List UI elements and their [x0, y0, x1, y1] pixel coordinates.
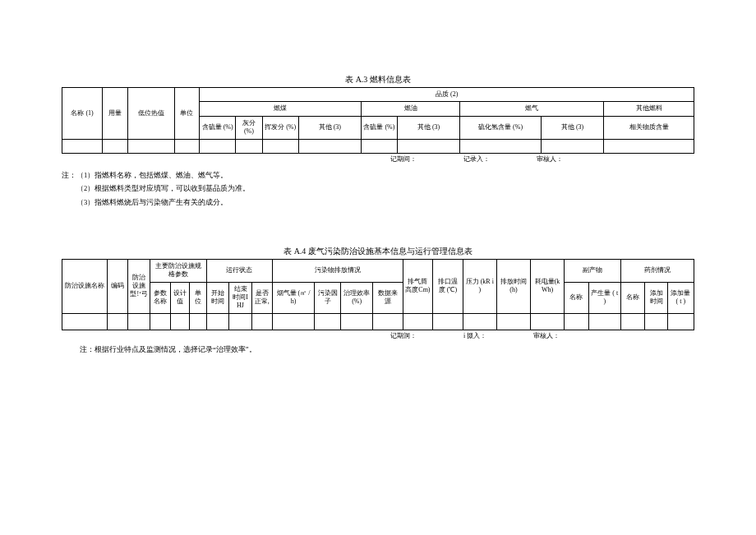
table-a4-title: 表 A.4 废气污染防治设施基本信息与运行管理信息表 [62, 246, 694, 256]
hdr-lowheat: 低位热值 [127, 88, 174, 140]
table-row [62, 313, 694, 330]
hdr-gas: 燃气 [460, 102, 604, 116]
hdr-other3a: 其他 (3) [298, 116, 362, 139]
hdr-quality: 品质 (2) [200, 88, 694, 102]
hdr-pressure: 压力 (kR i ) [463, 259, 496, 313]
table-a3-footer: 记期间： 记录入： 审核人： [62, 155, 694, 164]
hdr-oilsulfur: 含硫量 (%) [362, 116, 398, 139]
hdr-run-status: 运行状态 [206, 259, 272, 282]
table-row [62, 139, 694, 153]
hdr-code: 编码 [107, 259, 127, 313]
table-a3-title: 表 A.3 燃料信息表 [62, 74, 694, 85]
hdr-emit-time: 排放时间(h) [496, 259, 530, 313]
table-a4: 防治设施名称 编码 防治设施型!‘弓 主要防治设施规格参数 运行状态 污染物排放… [62, 259, 694, 330]
hdr-byproduct: 副产物 [565, 259, 621, 282]
hdr-facility-name: 防治设施名称 [62, 259, 108, 313]
hdr-power: 耗电量(kWh) [530, 259, 564, 313]
note-2: （2）根据燃料类型对应填写，可以收到基品质为准。 [76, 184, 250, 192]
hdr-param-name: 参数名称 [150, 282, 171, 313]
hdr-treat-eff: 治理效率(%) [341, 282, 373, 313]
hdr-usage: 用量 [103, 88, 128, 140]
hdr-sulfur: 含硫量 (%) [200, 116, 236, 139]
hdr-poll-factor: 污染因子 [315, 282, 341, 313]
table-a3-notes: 注：（1）指燃料名称，包括燃煤、燃油、燃气等。 注：（2）根据燃料类型对应填写，… [62, 168, 694, 208]
hdr-oil: 燃油 [362, 102, 460, 116]
hdr-re-name: 名称 [620, 282, 645, 313]
footer-recorder: 记录入： [463, 155, 490, 164]
hdr-smoke-vol: 烟气量 (㎡ / h) [272, 282, 314, 313]
hdr-add-time: 添加时间 [645, 282, 667, 313]
hdr-facility-type: 防治设施型!‘弓 [127, 259, 150, 313]
hdr-start-time: 开始时间 [206, 282, 228, 313]
hdr-ash: 灰分 (%) [236, 116, 263, 139]
footer-period: 记期间： [390, 155, 417, 164]
hdr-volatile: 挥发分 (%) [262, 116, 298, 139]
hdr-add-amount: 添加量 ( t ) [667, 282, 694, 313]
note-1: （1）指燃料名称，包括燃煤、燃油、燃气等。 [76, 171, 228, 179]
hdr-h2s: 硫化氢含量 (%) [460, 116, 541, 139]
notes-prefix: 注： [62, 171, 76, 179]
hdr-stack-height: 排气筒高度Cm) [403, 259, 433, 313]
footer-reviewer: 审核人： [537, 155, 563, 164]
footer-reviewer2: 审核人： [533, 332, 560, 340]
hdr-bp-name: 名称 [565, 282, 589, 313]
hdr-data-source: 数据来源 [373, 282, 403, 313]
hdr-gasother: 其他 (3) [541, 116, 604, 139]
hdr-design-val: 设计值 [171, 282, 190, 313]
table-a4-footer: 记期洞： i 掇入： 审核人： [62, 332, 694, 340]
note-3: （3）指燃料燃烧后与污染物产生有关的成分。 [76, 198, 228, 206]
footer-recorder2: i 掇入： [463, 332, 486, 340]
hdr-unit2: 单位 [190, 282, 207, 313]
hdr-is-normal: 是否正常, [251, 282, 272, 313]
hdr-outlet-temp: 排口温度 (℃) [433, 259, 463, 313]
hdr-coal: 燃煤 [200, 102, 362, 116]
hdr-bp-amount: 产生量 ( t ) [588, 282, 620, 313]
table-a3: 名称 (1) 用量 低位热值 单位 品质 (2) 燃煤 燃油 燃气 其他燃料 含… [62, 87, 694, 154]
hdr-reagent: 药剂情况 [620, 259, 694, 282]
table-a4-note: 注：根据行业特点及监测情况，选择记录“治理效率”。 [62, 345, 694, 354]
hdr-main-params: 主要防治设施规格参数 [150, 259, 207, 282]
hdr-end-time: 结束时间IHJ [229, 282, 251, 313]
hdr-related: 相关物质含量 [604, 116, 694, 139]
hdr-unit: 单位 [174, 88, 200, 140]
hdr-otherfuel: 其他燃料 [604, 102, 694, 116]
hdr-pollutant-emission: 污染物排放情况 [272, 259, 403, 282]
hdr-oilother: 其他 (3) [397, 116, 460, 139]
footer-period2: 记期洞： [390, 332, 417, 340]
hdr-name: 名称 (1) [62, 88, 103, 140]
